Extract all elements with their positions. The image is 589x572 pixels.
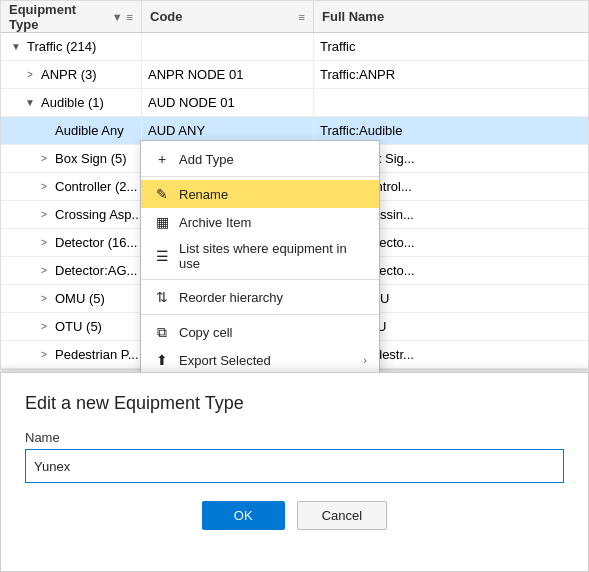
cell-fullname: Traffic xyxy=(314,33,588,60)
cell-equipment: > Pedestrian P... xyxy=(1,341,142,368)
dialog-title: Edit a new Equipment Type xyxy=(25,393,564,414)
name-label: Name xyxy=(25,430,564,445)
menu-item-reorder[interactable]: ⇅ Reorder hierarchy xyxy=(141,283,379,311)
menu-label: Export Selected xyxy=(179,353,271,368)
ok-button[interactable]: OK xyxy=(202,501,285,530)
menu-item-add-type[interactable]: + Add Type xyxy=(141,145,379,173)
menu-icon-code[interactable]: ≡ xyxy=(299,11,305,23)
expand-btn[interactable]: > xyxy=(35,206,53,224)
expand-btn[interactable]: ▼ xyxy=(7,38,25,56)
equipment-label: Controller (2... xyxy=(55,179,137,194)
cell-equipment: > Controller (2... xyxy=(1,173,142,200)
menu-label: Rename xyxy=(179,187,228,202)
name-input[interactable] xyxy=(25,449,564,483)
menu-separator xyxy=(141,314,379,315)
cell-equipment: > ANPR (3) xyxy=(1,61,142,88)
th-equipment: Equipment Type ▼ ≡ xyxy=(1,1,142,32)
table-row[interactable]: > ANPR (3) ANPR NODE 01 Traffic:ANPR xyxy=(1,61,588,89)
cell-equipment: ▼ Audible (1) xyxy=(1,89,142,116)
cell-fullname xyxy=(314,89,588,116)
menu-label: Reorder hierarchy xyxy=(179,290,283,305)
equipment-label: Box Sign (5) xyxy=(55,151,127,166)
cell-equipment: > Box Sign (5) xyxy=(1,145,142,172)
equipment-label: Detector (16... xyxy=(55,235,137,250)
cell-equipment: > OMU (5) xyxy=(1,285,142,312)
menu-item-export[interactable]: ⬆ Export Selected › xyxy=(141,346,379,374)
menu-item-archive[interactable]: ▦ Archive Item xyxy=(141,208,379,236)
equipment-label: Pedestrian P... xyxy=(55,347,139,362)
cell-code: ANPR NODE 01 xyxy=(142,61,314,88)
context-menu: + Add Type ✎ Rename ▦ Archive Item ☰ Lis… xyxy=(140,140,380,379)
expand-btn[interactable]: > xyxy=(35,290,53,308)
cell-equipment: ▼ Traffic (214) xyxy=(1,33,142,60)
expand-btn[interactable]: > xyxy=(35,178,53,196)
list-sites-icon: ☰ xyxy=(153,247,171,265)
menu-separator xyxy=(141,176,379,177)
add-type-icon: + xyxy=(153,150,171,168)
th-code: Code ≡ xyxy=(142,1,314,32)
equipment-label: OMU (5) xyxy=(55,291,105,306)
cell-equipment: > Detector:AG... xyxy=(1,257,142,284)
equipment-label: Audible Any xyxy=(55,123,124,138)
table-row[interactable]: ▼ Traffic (214) Traffic xyxy=(1,33,588,61)
expand-btn[interactable]: > xyxy=(21,66,39,84)
equipment-label: Traffic (214) xyxy=(27,39,96,54)
equipment-label: ANPR (3) xyxy=(41,67,97,82)
rename-icon: ✎ xyxy=(153,185,171,203)
menu-separator xyxy=(141,279,379,280)
equipment-label: Audible (1) xyxy=(41,95,104,110)
th-fullname: Full Name xyxy=(314,1,588,32)
cell-equipment: Audible Any xyxy=(1,117,142,144)
expand-btn[interactable]: > xyxy=(35,234,53,252)
filter-icon[interactable]: ▼ xyxy=(112,11,123,23)
cell-equipment: > Detector (16... xyxy=(1,229,142,256)
equipment-label: OTU (5) xyxy=(55,319,102,334)
cell-code xyxy=(142,33,314,60)
submenu-arrow: › xyxy=(363,354,367,366)
menu-label: Add Type xyxy=(179,152,234,167)
cancel-button[interactable]: Cancel xyxy=(297,501,387,530)
menu-item-list-sites[interactable]: ☰ List sites where equipment in use xyxy=(141,236,379,276)
copy-cell-icon: ⧉ xyxy=(153,323,171,341)
menu-label: Archive Item xyxy=(179,215,251,230)
dialog-buttons: OK Cancel xyxy=(25,501,564,530)
cell-fullname: Traffic:ANPR xyxy=(314,61,588,88)
expand-btn[interactable]: > xyxy=(35,150,53,168)
expand-btn[interactable]: ▼ xyxy=(21,94,39,112)
reorder-icon: ⇅ xyxy=(153,288,171,306)
table-row[interactable]: ▼ Audible (1) AUD NODE 01 xyxy=(1,89,588,117)
archive-icon: ▦ xyxy=(153,213,171,231)
menu-label: Copy cell xyxy=(179,325,232,340)
expand-btn[interactable]: > xyxy=(35,262,53,280)
menu-label: List sites where equipment in use xyxy=(179,241,367,271)
cell-equipment: > OTU (5) xyxy=(1,313,142,340)
menu-item-copy-cell[interactable]: ⧉ Copy cell xyxy=(141,318,379,346)
expand-btn[interactable]: > xyxy=(35,346,53,364)
menu-item-rename[interactable]: ✎ Rename xyxy=(141,180,379,208)
edit-equipment-dialog: Edit a new Equipment Type Name OK Cancel xyxy=(0,372,589,572)
table-header: Equipment Type ▼ ≡ Code ≡ Full Name xyxy=(1,1,588,33)
expand-btn[interactable]: > xyxy=(35,318,53,336)
equipment-label: Crossing Asp... xyxy=(55,207,142,222)
cell-code: AUD NODE 01 xyxy=(142,89,314,116)
export-icon: ⬆ xyxy=(153,351,171,369)
cell-equipment: > Crossing Asp... xyxy=(1,201,142,228)
menu-icon-equipment[interactable]: ≡ xyxy=(127,11,133,23)
equipment-label: Detector:AG... xyxy=(55,263,137,278)
